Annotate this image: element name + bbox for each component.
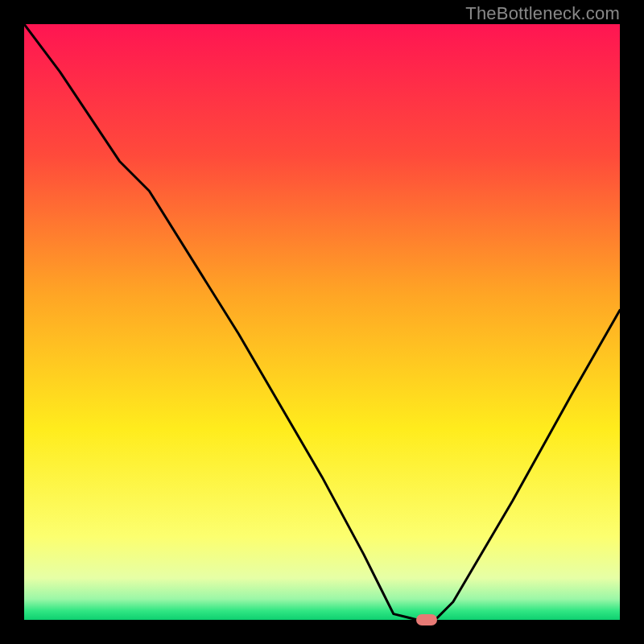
chart-frame: TheBottleneck.com	[0, 0, 644, 644]
plot-area	[24, 24, 620, 620]
watermark-text: TheBottleneck.com	[465, 3, 620, 24]
bottleneck-curve	[24, 24, 620, 620]
optimal-point-marker	[416, 614, 437, 625]
